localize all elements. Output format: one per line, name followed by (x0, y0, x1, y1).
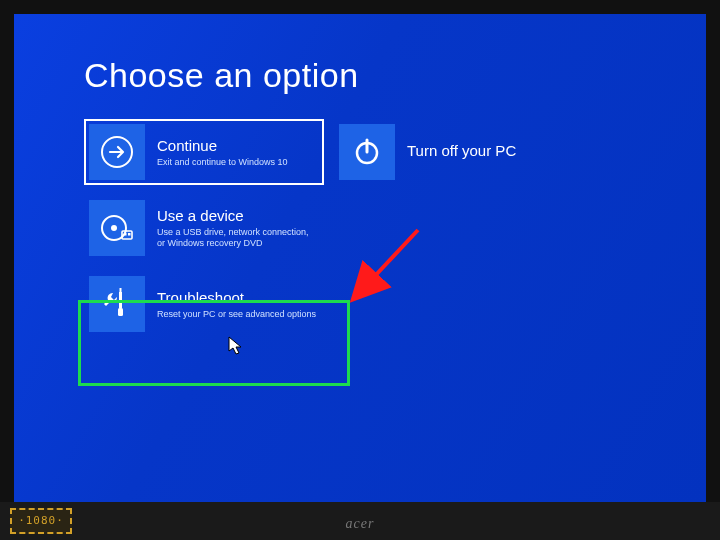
svg-rect-9 (118, 308, 123, 316)
svg-point-4 (111, 225, 117, 231)
tile-text: Troubleshoot Reset your PC or see advanc… (157, 289, 322, 320)
troubleshoot-tile[interactable]: Troubleshoot Reset your PC or see advanc… (84, 271, 324, 337)
tile-text: Turn off your PC (407, 142, 522, 162)
svg-rect-8 (119, 292, 122, 308)
svg-rect-10 (120, 288, 122, 293)
continue-tile[interactable]: Continue Exit and continue to Windows 10 (84, 119, 324, 185)
arrow-right-icon (89, 124, 145, 180)
tile-title: Use a device (157, 207, 318, 225)
laptop-bezel-bottom: acer (0, 502, 720, 540)
tile-desc: Exit and continue to Windows 10 (157, 157, 288, 168)
turn-off-tile[interactable]: Turn off your PC (334, 119, 574, 185)
tile-desc: Use a USB drive, network connection, or … (157, 227, 318, 249)
tile-desc: Reset your PC or see advanced options (157, 309, 316, 320)
tools-icon (89, 276, 145, 332)
screen-area: Choose an option Continue Exit and conti… (14, 14, 706, 502)
tile-text: Continue Exit and continue to Windows 10 (157, 137, 294, 168)
cursor-icon (228, 336, 242, 356)
options-grid: Continue Exit and continue to Windows 10… (84, 119, 624, 337)
svg-rect-6 (124, 233, 127, 236)
disc-icon (89, 200, 145, 256)
tile-title: Continue (157, 137, 288, 155)
svg-rect-7 (128, 233, 131, 236)
power-icon (339, 124, 395, 180)
tile-title: Turn off your PC (407, 142, 516, 160)
page-title: Choose an option (84, 56, 636, 95)
laptop-brand: acer (346, 516, 375, 532)
tile-title: Troubleshoot (157, 289, 316, 307)
laptop-sticker: ·1080· (10, 508, 72, 534)
tile-text: Use a device Use a USB drive, network co… (157, 207, 324, 249)
use-device-tile[interactable]: Use a device Use a USB drive, network co… (84, 195, 324, 261)
